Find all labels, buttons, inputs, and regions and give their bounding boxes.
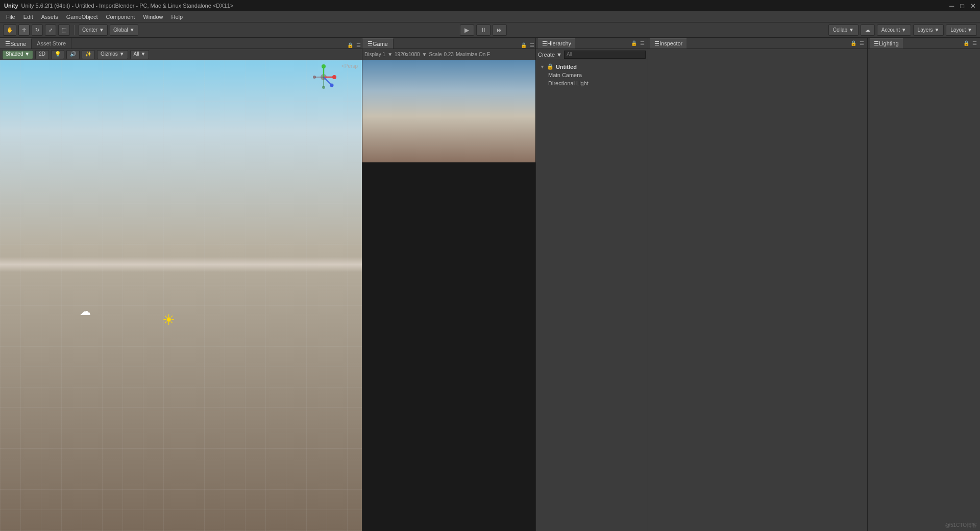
menu-assets[interactable]: Assets bbox=[37, 13, 62, 21]
pivot-button[interactable]: Center ▼ bbox=[79, 25, 108, 36]
account-button[interactable]: Account ▼ bbox=[877, 25, 911, 36]
layers-button[interactable]: Layers ▼ bbox=[913, 25, 944, 36]
menu-help[interactable]: Help bbox=[167, 13, 187, 21]
right-top: ☰ Hierarchy 🔒 ☰ Create ▼ ▼ 🔒 Untitled bbox=[536, 38, 980, 531]
global-button[interactable]: Global ▼ bbox=[110, 25, 138, 36]
2d-button[interactable]: 2D bbox=[35, 50, 49, 59]
asset-store-tab[interactable]: Asset Store bbox=[32, 38, 71, 49]
scene-panel: ☰ Scene Asset Store 🔒 ☰ Shaded ▼ 2D 💡 🔊 … bbox=[0, 38, 362, 531]
audio-button[interactable]: 🔊 bbox=[66, 50, 80, 59]
rotate-tool-button[interactable]: ↻ bbox=[32, 25, 43, 36]
resolution-arrow: ▼ bbox=[422, 52, 427, 57]
game-preview bbox=[362, 60, 535, 162]
hierarchy-tab[interactable]: ☰ Hierarchy bbox=[538, 38, 575, 49]
close-button[interactable]: ✕ bbox=[970, 2, 976, 10]
maximize-label[interactable]: Maximize On F bbox=[456, 52, 490, 57]
sun-icon: ☀ bbox=[162, 311, 178, 327]
hierarchy-lock[interactable]: 🔒 bbox=[630, 40, 638, 46]
collab-button[interactable]: Collab ▼ bbox=[828, 25, 859, 36]
inspector-menu[interactable]: ☰ bbox=[859, 40, 865, 46]
hierarchy-panel: ☰ Hierarchy 🔒 ☰ Create ▼ ▼ 🔒 Untitled bbox=[536, 38, 648, 531]
scene-toolbar: Shaded ▼ 2D 💡 🔊 ✨ Gizmos ▼ All ▼ bbox=[0, 49, 362, 60]
hand-tool-button[interactable]: ✋ bbox=[3, 25, 16, 36]
toolbar: ✋ ✛ ↻ ⤢ ⬚ Center ▼ Global ▼ ▶ ⏸ ⏭ Collab… bbox=[0, 22, 980, 38]
display-label[interactable]: Display 1 bbox=[364, 52, 385, 57]
persp-label: <Persp bbox=[341, 63, 358, 69]
rect-tool-button[interactable]: ⬚ bbox=[58, 25, 70, 36]
layout-button[interactable]: Layout ▼ bbox=[946, 25, 977, 36]
menu-window[interactable]: Window bbox=[139, 13, 167, 21]
hier-item-directional-light[interactable]: Directional Light bbox=[538, 79, 646, 87]
scene-background: ☀ ☁ <Persp bbox=[0, 60, 362, 531]
svg-point-4 bbox=[322, 64, 326, 68]
expand-arrow-untitled: ▼ bbox=[540, 64, 545, 69]
lighting-panel-icons: 🔒 ☰ bbox=[962, 40, 978, 46]
inspector-content bbox=[648, 49, 867, 531]
hier-item-main-camera[interactable]: Main Camera bbox=[538, 71, 646, 79]
lights-button[interactable]: 💡 bbox=[51, 50, 64, 59]
create-button[interactable]: Create ▼ bbox=[538, 52, 562, 58]
lighting-panel: ☰ Lighting 🔒 ☰ bbox=[868, 38, 980, 531]
scale-value: 0.23 bbox=[444, 52, 453, 57]
cloud-button[interactable]: ☁ bbox=[861, 25, 875, 36]
menu-component[interactable]: Component bbox=[102, 13, 139, 21]
menu-file[interactable]: File bbox=[2, 13, 19, 21]
scene-panel-menu[interactable]: ☰ bbox=[355, 42, 362, 49]
title-text: Unity 5.6.2f1 (64bit) - Untitled - Impor… bbox=[21, 3, 234, 9]
gizmos-button[interactable]: Gizmos ▼ bbox=[97, 50, 128, 59]
toolbar-separator-1 bbox=[74, 25, 75, 35]
hier-item-untitled[interactable]: ▼ 🔒 Untitled bbox=[538, 62, 646, 71]
scene-tabbar: ☰ Scene Asset Store 🔒 ☰ bbox=[0, 38, 362, 49]
menu-edit[interactable]: Edit bbox=[19, 13, 37, 21]
scene-view: ☀ ☁ <Persp bbox=[0, 60, 362, 531]
unity-logo: Unity bbox=[4, 3, 18, 9]
pause-button[interactable]: ⏸ bbox=[476, 25, 491, 36]
all-button[interactable]: All ▼ bbox=[130, 50, 150, 59]
shaded-button[interactable]: Shaded ▼ bbox=[2, 50, 33, 59]
lighting-lock[interactable]: 🔒 bbox=[962, 40, 970, 46]
inspector-panel: ☰ Inspector 🔒 ☰ bbox=[648, 38, 868, 531]
hierarchy-content: ▼ 🔒 Untitled Main Camera Directional Lig… bbox=[536, 60, 648, 531]
hierarchy-panel-icons: 🔒 ☰ bbox=[630, 40, 646, 46]
lighting-menu[interactable]: ☰ bbox=[971, 40, 978, 46]
step-button[interactable]: ⏭ bbox=[493, 25, 507, 36]
menubar: File Edit Assets GameObject Component Wi… bbox=[0, 11, 980, 22]
game-toolbar: Display 1 ▼ 1920x1080 ▼ Scale 0.23 Maxim… bbox=[362, 49, 535, 60]
resolution-label[interactable]: 1920x1080 bbox=[395, 52, 420, 57]
hierarchy-menu[interactable]: ☰ bbox=[639, 40, 646, 46]
toolbar-right: Collab ▼ ☁ Account ▼ Layers ▼ Layout ▼ bbox=[828, 25, 977, 36]
watermark: @51CTO博客 bbox=[945, 522, 977, 529]
game-tab[interactable]: ☰ Game bbox=[362, 38, 394, 49]
scene-tab[interactable]: ☰ Scene bbox=[0, 38, 32, 49]
svg-point-8 bbox=[313, 76, 316, 79]
lighting-tabbar: ☰ Lighting 🔒 ☰ bbox=[868, 38, 980, 49]
effects-button[interactable]: ✨ bbox=[82, 50, 95, 59]
inspector-tab[interactable]: ☰ Inspector bbox=[650, 38, 687, 49]
scale-tool-button[interactable]: ⤢ bbox=[45, 25, 56, 36]
minimize-button[interactable]: ─ bbox=[949, 2, 954, 10]
game-panel-lock[interactable]: 🔒 bbox=[520, 42, 528, 49]
inspector-lock[interactable]: 🔒 bbox=[849, 40, 857, 46]
scene-panel-lock[interactable]: 🔒 bbox=[346, 42, 354, 49]
menu-gameobject[interactable]: GameObject bbox=[62, 13, 102, 21]
game-panel-menu[interactable]: ☰ bbox=[529, 42, 535, 49]
svg-line-5 bbox=[324, 77, 331, 85]
game-dark-area bbox=[362, 162, 535, 531]
lock-icon-untitled: 🔒 bbox=[547, 63, 554, 70]
lighting-content bbox=[868, 49, 980, 531]
hierarchy-search[interactable] bbox=[564, 51, 646, 59]
hierarchy-tabbar: ☰ Hierarchy 🔒 ☰ bbox=[536, 38, 648, 49]
inspector-panel-icons: 🔒 ☰ bbox=[849, 40, 865, 46]
svg-point-10 bbox=[322, 86, 325, 89]
svg-point-6 bbox=[330, 84, 334, 87]
main-area: ☰ Scene Asset Store 🔒 ☰ Shaded ▼ 2D 💡 🔊 … bbox=[0, 38, 980, 531]
display-arrow: ▼ bbox=[387, 52, 393, 57]
lighting-tab[interactable]: ☰ Lighting bbox=[870, 38, 903, 49]
scene-gizmo[interactable] bbox=[311, 64, 336, 90]
scene-panel-icons: 🔒 ☰ bbox=[346, 42, 362, 49]
game-panel-icons: 🔒 ☰ bbox=[520, 42, 535, 49]
move-tool-button[interactable]: ✛ bbox=[18, 25, 30, 36]
play-button[interactable]: ▶ bbox=[460, 25, 474, 36]
scale-label: Scale bbox=[429, 52, 442, 57]
maximize-button[interactable]: □ bbox=[960, 2, 964, 10]
